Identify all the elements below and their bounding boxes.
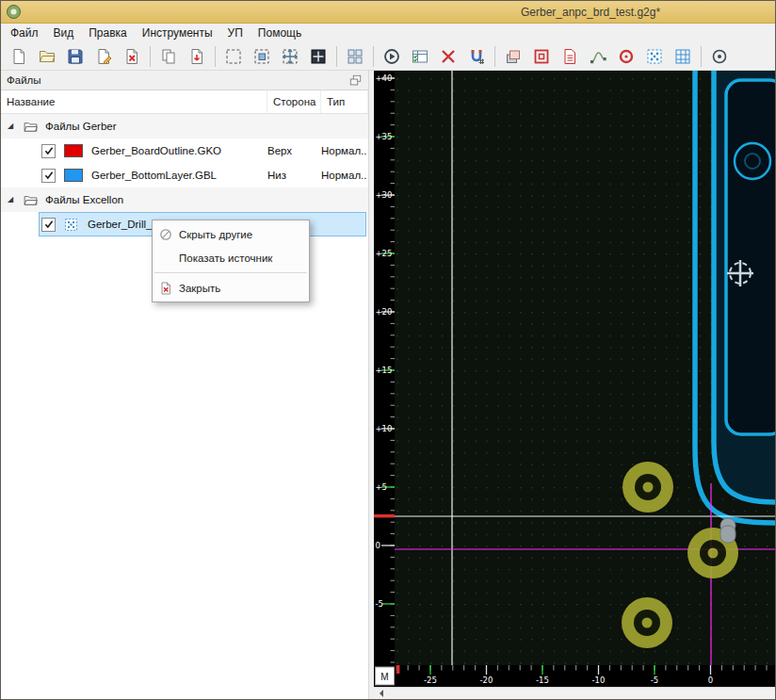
context-menu-item[interactable]: Показать источник [153,246,309,269]
new-document-button[interactable] [5,42,33,70]
scroll-left-button[interactable] [374,688,388,699]
panel-array-button[interactable] [341,42,369,70]
pad-edit-button[interactable] [527,42,556,70]
run-job-icon [382,47,401,66]
toolbar-separator [150,46,151,67]
tree-file-row[interactable]: Gerber_BoardOutline.GKOВерхНормал... [1,138,368,163]
float-panel-button[interactable] [348,73,363,88]
toolbar [1,42,775,71]
files-panel-title: Файлы [7,74,41,86]
svg-text:+35: +35 [376,132,393,141]
pad-edit-icon [532,47,551,66]
svg-text:+10: +10 [376,424,393,433]
column-header-0[interactable]: Название [1,90,267,113]
zoom-selection-button[interactable] [304,42,332,70]
svg-text:-25: -25 [424,676,437,685]
measure-circle-button[interactable] [705,42,734,70]
toolbar-separator [373,46,374,67]
tree-group-row[interactable]: ◢Файлы Gerber [1,114,368,138]
snap-magnet-button[interactable] [462,42,491,70]
expander-icon[interactable]: ◢ [8,196,19,203]
hide-others-icon [153,227,179,242]
units-button[interactable]: М [376,667,395,685]
drill-matrix-icon [673,47,692,66]
layers-button[interactable] [499,42,527,70]
svg-text:+30: +30 [376,190,393,200]
pcb-canvas[interactable]: +40+35+30+25+20+15+10+50-5-25-20-15-10-5… [374,71,775,687]
visibility-checkbox[interactable] [41,144,56,158]
file-name: Gerber_BoardOutline.GKO [91,145,267,156]
close-file-button[interactable] [118,42,146,70]
panel-array-icon [346,47,364,66]
gerber-text-button[interactable] [556,42,584,70]
import-object-button[interactable] [183,42,211,70]
app-window: Gerber_anpc_brd_test.g2g* ФайлВидПравкаИ… [0,0,776,700]
copy-object-button[interactable] [154,42,183,70]
context-menu-item[interactable]: Скрыть другие [153,222,309,246]
open-file-button[interactable] [33,42,61,70]
group-label: Файлы Gerber [45,121,117,132]
drill-map-icon [645,47,664,66]
reference-cross-button[interactable] [434,42,462,70]
layer-color-swatch[interactable] [64,169,83,182]
column-header-1[interactable]: Сторона [267,90,321,113]
visibility-checkbox[interactable] [41,169,56,183]
layer-color-swatch[interactable] [64,144,83,157]
svg-text:-10: -10 [592,676,606,685]
expander-icon[interactable]: ◢ [8,122,19,130]
menu-tools[interactable]: Инструменты [135,24,220,41]
zoom-extents-icon [281,47,299,66]
save-as-icon [94,47,113,66]
toolbar-separator [494,46,495,67]
run-job-button[interactable] [378,42,406,70]
svg-text:+40: +40 [376,73,393,83]
copy-object-icon [159,47,178,66]
group-label: Файлы Excellon [45,194,123,205]
svg-text:М: М [380,672,388,682]
context-menu-item[interactable]: Закрыть [153,276,309,300]
file-type: Нормал... [321,170,366,181]
select-region-button[interactable] [219,42,248,70]
save-as-button[interactable] [89,42,118,70]
vertical-ruler: +40+35+30+25+20+15+10+50-5 [374,71,395,665]
scroll-left-icon [376,690,383,697]
select-region-icon [224,47,243,66]
files-panel: Файлы НазваниеСторонаТип ◢Файлы GerberGe… [1,71,368,699]
window-title: Gerber_anpc_brd_test.g2g* [521,6,660,19]
file-side: Верх [267,145,321,156]
menu-job[interactable]: УП [220,24,251,41]
menu-file[interactable]: Файл [3,24,46,41]
toolbar-separator [336,46,337,67]
aperture-icon [617,47,636,66]
new-document-icon [9,47,28,66]
save-button[interactable] [61,42,89,70]
close-file-icon [122,47,141,66]
drill-map-button[interactable] [640,42,669,70]
zoom-selection-icon [309,47,328,66]
snap-magnet-icon [467,47,486,66]
zoom-window-button[interactable] [248,42,276,70]
import-object-icon [187,47,206,66]
tree-file-row[interactable]: Gerber_BottomLayer.GBLНизНормал... [1,163,368,187]
draw-polyline-icon [589,47,607,66]
menu-view[interactable]: Вид [46,24,82,41]
horizontal-scrollbar[interactable] [374,687,775,699]
draw-polyline-button[interactable] [584,42,612,70]
svg-text:+15: +15 [376,366,393,375]
titlebar[interactable]: Gerber_anpc_brd_test.g2g* [1,1,775,24]
column-header-2[interactable]: Тип [321,90,368,113]
drill-pad [622,462,673,513]
visibility-checkbox[interactable] [41,218,56,232]
measure-circle-icon [710,47,729,66]
menu-help[interactable]: Помощь [251,24,309,41]
menubar: ФайлВидПравкаИнструментыУППомощь [1,24,775,42]
job-report-button[interactable] [406,42,434,70]
aperture-button[interactable] [612,42,640,70]
zoom-extents-button[interactable] [276,42,304,70]
menu-edit[interactable]: Правка [81,24,135,41]
drill-matrix-button[interactable] [669,42,697,70]
folder-icon [23,192,39,208]
tree-group-row[interactable]: ◢Файлы Excellon [1,187,368,212]
svg-text:0: 0 [376,541,380,550]
context-menu-separator [154,272,307,273]
